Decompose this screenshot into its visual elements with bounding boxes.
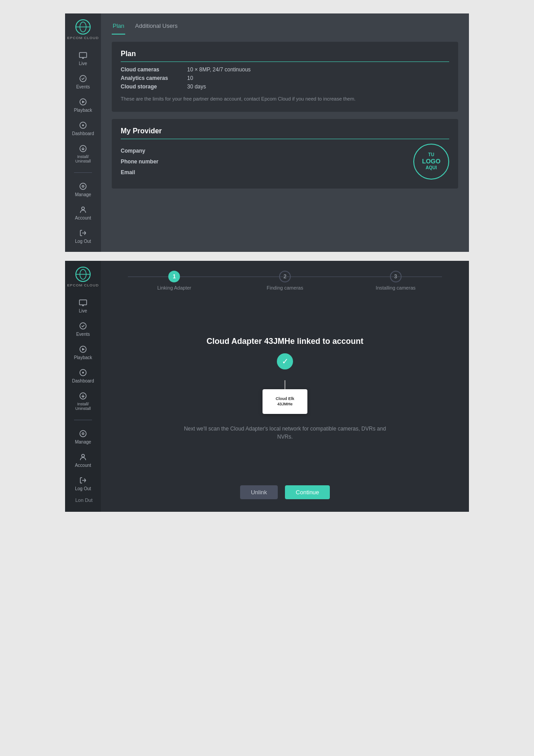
provider-card: My Provider Company Phone number Email T…: [112, 119, 458, 189]
sidebar-item-account[interactable]: Account: [65, 202, 101, 223]
plan-card: Plan Cloud cameras 10 × 8MP, 24/7 contin…: [112, 42, 458, 112]
dashboard-icon: [79, 121, 88, 130]
sidebar2-item-dashboard[interactable]: Dashboard: [65, 365, 101, 386]
step-3: 3 Installing cameras: [340, 271, 451, 290]
sidebar2-item-logout[interactable]: Log Out: [65, 473, 101, 494]
plan-value-analytics: 10: [187, 75, 193, 81]
sidebar2-item-manage[interactable]: Manage: [65, 426, 101, 447]
plan-value-storage: 30 days: [187, 84, 206, 90]
sidebar-logout-label: Log Out: [75, 239, 91, 244]
svg-point-22: [82, 433, 84, 435]
sidebar-item-logout[interactable]: Log Out: [65, 226, 101, 246]
sidebar-live-label: Live: [79, 61, 87, 66]
sidebar-dashboard-label: Dashboard: [72, 131, 94, 136]
live-icon: [79, 51, 88, 60]
plan-card-title: Plan: [121, 50, 449, 62]
dashboard-icon-2: [79, 368, 88, 377]
sidebar-item-playback[interactable]: Playback: [65, 95, 101, 115]
step-circle-3: 3: [390, 271, 402, 282]
sidebar: EPCOM CLOUD Live Events: [65, 13, 101, 252]
plan-value-cameras: 10 × 8MP, 24/7 continuous: [187, 66, 251, 73]
account-icon: [79, 205, 88, 214]
sidebar2-item-live[interactable]: Live: [65, 295, 101, 316]
app-logo: EPCOM CLOUD: [67, 19, 99, 40]
logo-line3: AQUI: [426, 165, 437, 171]
tab-additional-users[interactable]: Additional Users: [134, 20, 179, 35]
plan-label-analytics: Analytics cameras: [121, 75, 184, 81]
plan-row-analytics: Analytics cameras 10: [121, 75, 449, 81]
step-2: 2 Finding cameras: [230, 271, 341, 290]
tabs-bar: Plan Additional Users: [101, 13, 469, 35]
wizard-title: Cloud Adapter 43JMHe linked to account: [206, 337, 363, 346]
logo-line1: TU: [428, 152, 434, 158]
sidebar2-manage-label: Manage: [75, 440, 91, 444]
events-icon: [79, 74, 88, 83]
unlink-button[interactable]: Unlink: [240, 485, 278, 499]
sidebar-nav: Live Events Playback: [65, 48, 101, 246]
step-label-1: Linking Adapter: [157, 285, 191, 290]
nav-divider-1: [74, 172, 92, 173]
live-icon-2: [79, 298, 88, 307]
svg-point-21: [80, 431, 86, 437]
step-label-3: Installing cameras: [376, 285, 416, 290]
plan-label-cameras: Cloud cameras: [121, 66, 184, 73]
sidebar2-item-playback[interactable]: Playback: [65, 342, 101, 363]
svg-point-11: [82, 207, 84, 210]
sidebar-item-install[interactable]: Install/Uninstall: [65, 141, 101, 166]
wizard-content: 1 Linking Adapter 2 Finding cameras 3 In…: [101, 261, 469, 512]
svg-rect-15: [79, 300, 87, 305]
plan-row-cameras: Cloud cameras 10 × 8MP, 24/7 continuous: [121, 66, 449, 73]
step-label-2: Finding cameras: [267, 285, 303, 290]
wizard-footer: Unlink Continue: [101, 478, 469, 512]
install-icon-2: [79, 391, 88, 400]
logo-line2: LOGO: [422, 158, 440, 165]
device-box: Cloud Elk 43JMHe: [263, 389, 307, 414]
sidebar-account-label: Account: [75, 215, 91, 220]
continue-button[interactable]: Continue: [285, 485, 330, 499]
user-label: Lon Dut: [74, 494, 93, 506]
sidebar2-account-label: Account: [75, 463, 91, 468]
logo-label-2: EPCOM CLOUD: [67, 283, 99, 287]
plan-label-storage: Cloud storage: [121, 84, 184, 90]
sidebar2-live-label: Live: [79, 308, 87, 313]
sidebar2-item-events[interactable]: Events: [65, 319, 101, 339]
provider-field-email: Email: [121, 169, 158, 176]
sidebar-item-live[interactable]: Live: [65, 48, 101, 69]
plan-note: These are the limits for your free partn…: [121, 95, 449, 103]
sidebar-2-nav: Live Events Playback: [65, 295, 101, 494]
device-illustration: Cloud Elk 43JMHe: [263, 380, 307, 414]
manage-icon: [79, 182, 88, 191]
checkmark-circle: ✓: [277, 353, 293, 369]
sidebar2-playback-label: Playback: [74, 355, 92, 360]
nav-divider-2: [74, 420, 92, 420]
logo-label: EPCOM CLOUD: [67, 36, 99, 40]
install-icon: [79, 144, 88, 153]
svg-point-19: [82, 372, 84, 374]
sidebar2-events-label: Events: [76, 332, 90, 337]
sidebar-playback-label: Playback: [74, 108, 92, 113]
logout-icon: [79, 229, 88, 237]
sidebar-item-events[interactable]: Events: [65, 71, 101, 92]
logout-icon-2: [79, 476, 88, 485]
playback-icon-2: [79, 345, 88, 354]
svg-point-10: [82, 185, 84, 187]
sidebar2-item-account[interactable]: Account: [65, 450, 101, 470]
sidebar-item-manage[interactable]: Manage: [65, 179, 101, 200]
sidebar-item-dashboard[interactable]: Dashboard: [65, 118, 101, 139]
svg-point-7: [82, 124, 84, 126]
stepper: 1 Linking Adapter 2 Finding cameras 3 In…: [101, 261, 469, 298]
events-icon-2: [79, 321, 88, 330]
sidebar-2: EPCOM CLOUD Live Events: [65, 261, 101, 512]
sidebar2-item-install[interactable]: Install/Uninstall: [65, 389, 101, 413]
plan-row-storage: Cloud storage 30 days: [121, 84, 449, 90]
account-icon-2: [79, 453, 88, 462]
playback-icon: [79, 97, 88, 106]
step-circle-1: 1: [168, 271, 180, 282]
sidebar-manage-label: Manage: [75, 192, 91, 197]
tab-plan[interactable]: Plan: [112, 20, 125, 35]
app-logo-2: EPCOM CLOUD: [67, 266, 99, 287]
sidebar-install-label: Install/Uninstall: [75, 154, 91, 163]
device-label-line2: 43JMHe: [277, 402, 293, 406]
content-area: Plan Cloud cameras 10 × 8MP, 24/7 contin…: [101, 35, 469, 252]
svg-point-23: [82, 454, 84, 457]
